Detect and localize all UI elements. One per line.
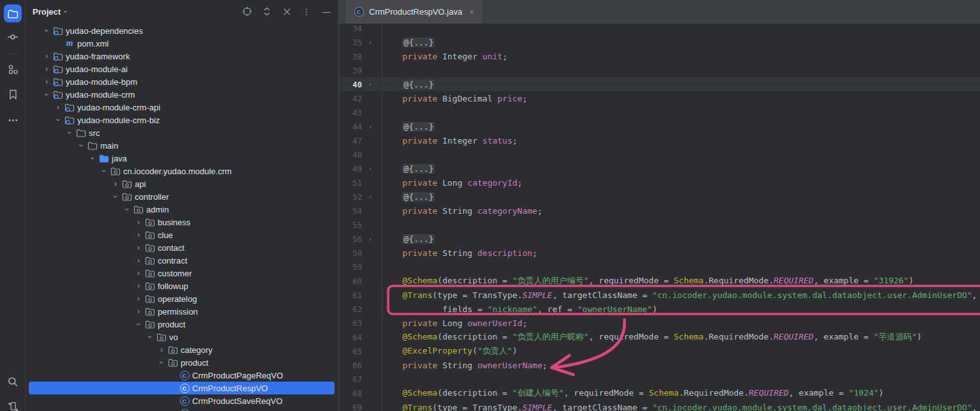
gutter[interactable]: 66	[339, 358, 382, 372]
fold-chevron-icon[interactable]: ›	[362, 193, 379, 201]
code-line-68[interactable]: 68 @Schema(description = "创建人编号", requir…	[339, 386, 980, 400]
dock-window-icon[interactable]	[4, 397, 22, 411]
tree-item-src[interactable]: ›src	[26, 126, 338, 139]
chevron-collapsed-icon[interactable]: ›	[133, 230, 144, 239]
code-line-63[interactable]: 63 private Long ownerUserId;	[339, 316, 980, 330]
folded-region[interactable]: @{...}	[402, 234, 435, 244]
chevron-expanded-icon[interactable]: ›	[54, 114, 63, 126]
line-number[interactable]: 34	[339, 24, 362, 33]
line-number[interactable]: 67	[339, 375, 362, 384]
tree-item-pom.xml[interactable]: mpom.xml	[26, 37, 338, 50]
select-opened-file-icon[interactable]	[241, 6, 253, 17]
collapse-all-icon[interactable]	[281, 6, 292, 17]
chevron-expanded-icon[interactable]: ›	[123, 204, 132, 215]
code-line-51[interactable]: 51 private Long categoryId;	[339, 176, 980, 190]
gutter[interactable]: 54	[339, 204, 382, 218]
line-number[interactable]: 62	[339, 304, 362, 314]
code-line-48[interactable]: 48	[339, 147, 980, 161]
fold-chevron-icon[interactable]: ›	[362, 165, 379, 173]
tree-item-main[interactable]: ›main	[26, 139, 338, 152]
line-number[interactable]: 56	[339, 234, 362, 244]
tree-item-business[interactable]: ›business	[26, 216, 338, 228]
tree-item-contract[interactable]: ›contract	[26, 254, 338, 267]
gutter[interactable]: 65	[339, 344, 382, 358]
code-line-44[interactable]: 44› @{...}	[339, 119, 980, 133]
line-number[interactable]: 38	[339, 52, 362, 61]
gutter[interactable]: 47	[339, 133, 382, 147]
chevron-expanded-icon[interactable]: ›	[134, 318, 143, 330]
folded-region[interactable]: @{...}	[402, 122, 435, 131]
tree-item-yudao-module-crm[interactable]: ›yudao-module-crm	[26, 88, 338, 101]
line-number[interactable]: 58	[339, 248, 362, 258]
code-line-61[interactable]: 61 @Trans(type = TransType.SIMPLE, targe…	[339, 288, 980, 302]
search-icon[interactable]	[4, 373, 22, 391]
expand-all-icon[interactable]	[261, 6, 273, 17]
chevron-collapsed-icon[interactable]: ›	[133, 269, 144, 278]
tree-item-partial[interactable]: C	[26, 407, 338, 411]
bookmarks-tool-icon[interactable]	[4, 86, 22, 103]
tree-item-yudao-module-crm-biz[interactable]: ›yudao-module-crm-biz	[26, 114, 338, 126]
chevron-expanded-icon[interactable]: ›	[42, 89, 51, 100]
commit-tool-icon[interactable]	[4, 28, 22, 46]
fold-chevron-icon[interactable]: ›	[362, 123, 379, 131]
tree-item-java[interactable]: ›java	[26, 152, 338, 165]
more-tools-icon[interactable]	[4, 111, 22, 129]
gutter[interactable]: 55	[339, 218, 382, 232]
hide-panel-icon[interactable]: —	[320, 6, 332, 17]
line-number[interactable]: 35	[339, 38, 362, 47]
line-number[interactable]: 47	[339, 136, 362, 146]
chevron-expanded-icon[interactable]: ›	[88, 153, 97, 164]
gutter[interactable]: 63	[339, 316, 382, 330]
line-number[interactable]: 64	[339, 333, 362, 342]
chevron-expanded-icon[interactable]: ›	[42, 25, 51, 36]
fold-chevron-icon[interactable]: ›	[362, 38, 379, 47]
tab-crmproductrespvo[interactable]: C CrmProductRespVO.java ×	[345, 0, 482, 24]
chevron-collapsed-icon[interactable]: ›	[133, 281, 144, 290]
gutter[interactable]: 64	[339, 330, 382, 344]
tree-item-product[interactable]: ›product	[26, 356, 338, 369]
code-line-59[interactable]: 59	[339, 260, 980, 274]
line-number[interactable]: 68	[339, 389, 362, 398]
chevron-collapsed-icon[interactable]: ›	[133, 307, 144, 316]
tree-item-api[interactable]: ›api	[26, 177, 338, 190]
line-number[interactable]: 39	[339, 66, 362, 75]
code-line-56[interactable]: 56› @{...}	[339, 232, 980, 246]
chevron-collapsed-icon[interactable]: ›	[41, 64, 52, 73]
gutter[interactable]: 51	[339, 176, 382, 190]
code-line-38[interactable]: 38 private Integer unit;	[339, 49, 980, 63]
code-line-39[interactable]: 39	[339, 63, 980, 77]
gutter[interactable]: 49›	[339, 161, 382, 176]
fold-chevron-icon[interactable]: ›	[362, 235, 379, 243]
gutter[interactable]: 68	[339, 386, 382, 400]
gutter[interactable]: 59	[339, 260, 382, 274]
tree-item-yudao-dependencies[interactable]: ›yudao-dependencies	[26, 24, 338, 37]
chevron-collapsed-icon[interactable]: ›	[133, 218, 144, 227]
tree-item-customer[interactable]: ›customer	[26, 267, 338, 280]
gutter[interactable]: 69	[339, 400, 382, 411]
structure-tool-icon[interactable]	[4, 60, 22, 78]
gutter[interactable]: 39	[339, 63, 382, 77]
code-line-62[interactable]: 62 fields = "nickname", ref = "ownerUser…	[339, 302, 980, 316]
line-number[interactable]: 49	[339, 164, 362, 174]
chevron-collapsed-icon[interactable]: ›	[133, 294, 144, 303]
tree-item-yudao-module-ai[interactable]: ›yudao-module-ai	[26, 63, 338, 75]
tree-item-admin[interactable]: ›admin	[26, 203, 338, 216]
chevron-collapsed-icon[interactable]: ›	[133, 256, 144, 265]
line-number[interactable]: 66	[339, 361, 362, 370]
line-number[interactable]: 48	[339, 150, 362, 160]
chevron-expanded-icon[interactable]: ›	[157, 357, 166, 368]
code-editor[interactable]: 3435› @{...}38 private Integer unit;3940…	[339, 24, 980, 411]
gutter[interactable]: 56›	[339, 232, 382, 246]
line-number[interactable]: 54	[339, 206, 362, 216]
gutter[interactable]: 67	[339, 372, 382, 386]
folded-region[interactable]: @{...}	[402, 164, 435, 174]
tree-item-operatelog[interactable]: ›operatelog	[26, 292, 338, 305]
line-number[interactable]: 42	[339, 94, 362, 103]
chevron-collapsed-icon[interactable]: ›	[156, 345, 167, 354]
tree-item-crmproductrespvo[interactable]: CCrmProductRespVO	[26, 382, 338, 394]
code-line-49[interactable]: 49› @{...}	[339, 161, 980, 176]
code-line-67[interactable]: 67	[339, 372, 980, 386]
tree-item-category[interactable]: ›category	[26, 343, 338, 356]
folded-region[interactable]: @{...}	[402, 192, 435, 202]
code-line-54[interactable]: 54 private String categoryName;	[339, 204, 980, 218]
